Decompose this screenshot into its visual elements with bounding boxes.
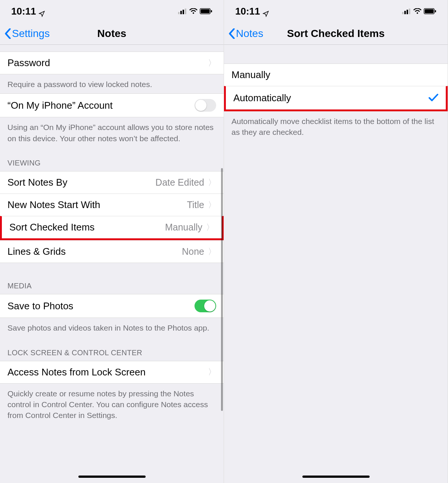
lines-and-grids-row[interactable]: Lines & Grids None 〉 bbox=[0, 240, 224, 263]
sort-checked-content: Manually Automatically Automatically mov… bbox=[224, 45, 448, 483]
media-footer: Save photos and videos taken in Notes to… bbox=[0, 318, 224, 337]
new-notes-start-with-row[interactable]: New Notes Start With Title 〉 bbox=[0, 193, 224, 216]
password-row[interactable]: Password 〉 bbox=[0, 52, 224, 74]
svg-rect-6 bbox=[201, 9, 210, 13]
sort-notes-by-row[interactable]: Sort Notes By Date Edited 〉 bbox=[0, 171, 224, 193]
svg-rect-15 bbox=[435, 10, 436, 12]
viewing-header: VIEWING bbox=[0, 148, 224, 171]
svg-rect-2 bbox=[183, 10, 184, 14]
back-button-notes[interactable]: Notes bbox=[228, 28, 263, 40]
home-indicator[interactable] bbox=[78, 476, 146, 478]
chevron-left-icon bbox=[228, 28, 235, 39]
svg-rect-3 bbox=[185, 9, 186, 14]
lines-and-grids-value: None bbox=[182, 246, 204, 257]
option-automatically-label: Automatically bbox=[233, 92, 429, 104]
svg-rect-7 bbox=[211, 10, 212, 12]
svg-rect-0 bbox=[178, 12, 180, 14]
sort-checked-items-value: Manually bbox=[165, 222, 202, 233]
left-phone-screen: 10:11 Settings Notes Password bbox=[0, 0, 224, 483]
back-label: Notes bbox=[236, 28, 263, 40]
access-notes-lock-screen-label: Access Notes from Lock Screen bbox=[7, 366, 208, 378]
svg-rect-10 bbox=[407, 10, 408, 14]
sort-notes-by-value: Date Edited bbox=[155, 177, 204, 188]
back-label: Settings bbox=[12, 28, 50, 40]
status-bar: 10:11 bbox=[224, 0, 448, 22]
save-to-photos-toggle[interactable] bbox=[195, 300, 216, 312]
svg-rect-11 bbox=[409, 9, 410, 14]
lockscreen-footer: Quickly create or resume notes by pressi… bbox=[0, 384, 224, 425]
svg-rect-8 bbox=[402, 12, 404, 14]
settings-content: Password 〉 Require a password to view lo… bbox=[0, 45, 224, 483]
sort-notes-by-label: Sort Notes By bbox=[7, 177, 155, 188]
svg-point-12 bbox=[417, 12, 418, 14]
on-my-iphone-label: “On My iPhone” Account bbox=[7, 100, 195, 111]
battery-icon bbox=[200, 8, 212, 14]
new-notes-start-with-label: New Notes Start With bbox=[7, 199, 187, 211]
nav-bar: Notes Sort Checked Items bbox=[224, 22, 448, 45]
password-label: Password bbox=[7, 57, 208, 69]
location-arrow-icon bbox=[38, 8, 44, 14]
chevron-right-icon: 〉 bbox=[208, 177, 216, 188]
svg-rect-9 bbox=[404, 11, 406, 14]
svg-rect-14 bbox=[425, 9, 434, 13]
status-bar: 10:11 bbox=[0, 0, 224, 22]
lines-and-grids-label: Lines & Grids bbox=[7, 246, 182, 257]
password-footer: Require a password to view locked notes. bbox=[0, 74, 224, 93]
back-button-settings[interactable]: Settings bbox=[4, 28, 50, 40]
status-time: 10:11 bbox=[235, 6, 260, 17]
option-automatically-row[interactable]: Automatically bbox=[224, 86, 448, 111]
wifi-icon bbox=[413, 8, 421, 14]
access-notes-lock-screen-row[interactable]: Access Notes from Lock Screen 〉 bbox=[0, 361, 224, 384]
chevron-right-icon: 〉 bbox=[208, 58, 216, 69]
location-arrow-icon bbox=[262, 8, 268, 14]
cellular-signal-icon bbox=[402, 8, 411, 14]
svg-point-4 bbox=[193, 12, 194, 14]
wifi-icon bbox=[189, 8, 197, 14]
checkmark-icon bbox=[429, 92, 438, 104]
sort-checked-footer: Automatically move checklist items to th… bbox=[224, 111, 448, 142]
media-header: MEDIA bbox=[0, 263, 224, 294]
nav-bar: Settings Notes bbox=[0, 22, 224, 45]
option-manually-label: Manually bbox=[231, 69, 440, 81]
sort-checked-items-row[interactable]: Sort Checked Items Manually 〉 bbox=[0, 216, 224, 240]
lockscreen-header: LOCK SCREEN & CONTROL CENTER bbox=[0, 337, 224, 361]
on-my-iphone-row[interactable]: “On My iPhone” Account bbox=[0, 93, 224, 117]
chevron-right-icon: 〉 bbox=[208, 199, 216, 211]
sort-checked-items-label: Sort Checked Items bbox=[9, 222, 165, 233]
battery-icon bbox=[424, 8, 436, 14]
cellular-signal-icon bbox=[178, 8, 187, 14]
status-time: 10:11 bbox=[11, 6, 36, 17]
chevron-right-icon: 〉 bbox=[208, 246, 216, 257]
chevron-right-icon: 〉 bbox=[206, 222, 214, 233]
on-my-iphone-footer: Using an “On My iPhone” account allows y… bbox=[0, 117, 224, 148]
home-indicator[interactable] bbox=[302, 476, 370, 478]
option-manually-row[interactable]: Manually bbox=[224, 64, 448, 86]
chevron-right-icon: 〉 bbox=[208, 366, 216, 378]
svg-rect-1 bbox=[180, 11, 182, 14]
scroll-indicator[interactable] bbox=[221, 168, 223, 411]
new-notes-start-with-value: Title bbox=[187, 199, 204, 210]
chevron-left-icon bbox=[4, 28, 11, 39]
save-to-photos-label: Save to Photos bbox=[7, 300, 195, 312]
save-to-photos-row[interactable]: Save to Photos bbox=[0, 294, 224, 318]
on-my-iphone-toggle[interactable] bbox=[195, 99, 216, 112]
right-phone-screen: 10:11 Notes Sort Checked Items Manua bbox=[224, 0, 448, 483]
